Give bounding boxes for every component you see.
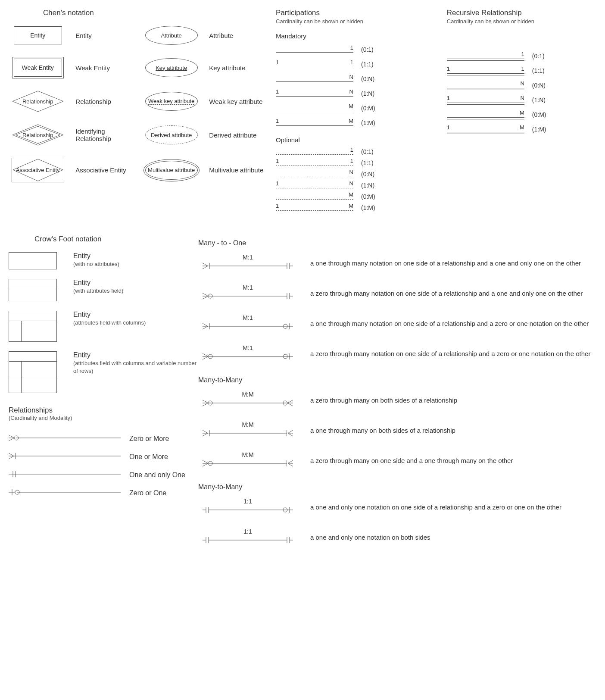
cf-entity-1 xyxy=(9,252,57,269)
optional-title: Optional xyxy=(276,136,447,144)
identifying-relationship-shape: Relationship xyxy=(12,124,64,146)
cardinality-row: 1 N (1:N) xyxy=(447,93,596,107)
svg-line-69 xyxy=(288,433,293,436)
multivalue-attribute-shape: Multivalue attribute xyxy=(143,159,200,181)
cardinality-row: M (0:M) xyxy=(276,191,447,202)
weak-entity-label: Weak Entity xyxy=(67,64,142,72)
cardinality-row: 1 (0:1) xyxy=(447,49,596,63)
cf-entity-4 xyxy=(9,351,57,393)
connector-row: 1:1 a one and only one notation on both … xyxy=(198,528,596,547)
cf-entity-2 xyxy=(9,279,57,301)
connector-row: M:M a zero through many on both sides of… xyxy=(198,391,596,410)
relationships-title: Relationships xyxy=(9,406,198,415)
key-attribute-label: Key attribute xyxy=(200,64,276,72)
connector-row: M:1 a zero through many notation on one … xyxy=(198,344,596,363)
zero-or-one-label: Zero or One xyxy=(121,489,166,497)
connector-icon xyxy=(203,535,293,545)
cardinality-row: 1 (0:1) xyxy=(276,42,447,57)
connector-icon xyxy=(203,321,293,331)
svg-line-11 xyxy=(9,453,14,456)
cf-entity-2-label: Entity xyxy=(73,279,90,286)
weak-entity-shape: Weak Entity xyxy=(12,57,64,78)
connector-icon xyxy=(203,428,293,438)
weak-key-attribute-label: Weak key attribute xyxy=(200,98,276,105)
cf-entity-4-sub: (attributes field with columns and varia… xyxy=(73,360,196,374)
svg-line-54 xyxy=(203,400,208,403)
cardinality-row: 1 M (1:M) xyxy=(447,122,596,137)
cf-entity-3-label: Entity xyxy=(73,311,90,318)
recursive-title: Recursive Relationship xyxy=(447,9,596,17)
svg-line-8 xyxy=(9,438,14,441)
one-to-one-title: Many-to-Many xyxy=(198,483,596,491)
recursive-subtitle: Cardinality can be shown or hidden xyxy=(447,18,596,25)
participations-subtitle: Cardinality can be shown or hidden xyxy=(276,18,447,25)
connector-icon xyxy=(203,291,293,301)
cardinality-row: N (0:N) xyxy=(276,72,447,86)
cardinality-row: 1 M (1:M) xyxy=(276,116,447,130)
svg-line-40 xyxy=(203,326,208,329)
crowsfoot-title: Crow's Foot notation xyxy=(34,235,198,244)
attribute-shape: Attribute xyxy=(145,26,198,45)
mandatory-title: Mandatory xyxy=(276,32,447,40)
cardinality-row: 1 N (1:N) xyxy=(276,180,447,191)
relationship-label: Relationship xyxy=(67,98,142,105)
cf-entity-2-sub: (with attributes field) xyxy=(73,288,123,294)
connector-icon xyxy=(203,398,293,408)
one-and-only-one-label: One and only One xyxy=(121,471,185,479)
zero-or-more-icon xyxy=(9,433,121,443)
cardinality-row: N (0:N) xyxy=(276,169,447,180)
connector-row: 1:1 a one and only one notation on one s… xyxy=(198,498,596,517)
chen-title: Chen's notation xyxy=(43,9,276,17)
entity-shape: Entity xyxy=(14,26,62,44)
svg-line-56 xyxy=(203,403,208,406)
weak-key-attribute-shape: Weak key attribute xyxy=(145,92,198,111)
svg-line-38 xyxy=(203,323,208,326)
cf-entity-3-sub: (attributes field with columns) xyxy=(73,319,146,326)
cf-entity-4-label: Entity xyxy=(73,351,90,359)
svg-line-65 xyxy=(203,433,208,436)
svg-line-32 xyxy=(203,296,208,299)
svg-line-6 xyxy=(9,435,14,438)
cardinality-row: 1 1 (1:1) xyxy=(276,157,447,169)
svg-line-78 xyxy=(288,463,293,466)
connector-row: M:M a zero through many on one side and … xyxy=(198,451,596,470)
relationship-shape: Relationship xyxy=(12,91,64,112)
svg-line-60 xyxy=(287,403,293,406)
attribute-label: Attribute xyxy=(200,32,276,39)
cardinality-row: N (0:N) xyxy=(447,78,596,93)
identifying-relationship-label: Identifying Relationship xyxy=(67,128,142,142)
cardinality-row: 1 M (1:M) xyxy=(276,202,447,213)
derived-attribute-shape: Derived attribute xyxy=(145,125,198,144)
svg-line-58 xyxy=(287,400,293,403)
derived-attribute-label: Derived attribute xyxy=(200,131,276,139)
svg-line-48 xyxy=(203,356,208,359)
cardinality-row: M (0:M) xyxy=(447,107,596,122)
svg-line-63 xyxy=(203,430,208,433)
associative-entity-shape: Associative Entity xyxy=(12,158,64,182)
multivalue-attribute-label: Multivalue attribute xyxy=(200,166,276,174)
key-attribute-shape: Key attribute xyxy=(145,58,198,77)
connector-row: M:M a one through many on both sides of … xyxy=(198,421,596,440)
connector-icon xyxy=(203,505,293,515)
connector-row: M:1 a one through many notation on one s… xyxy=(198,254,596,273)
one-and-only-one-icon xyxy=(9,469,121,479)
svg-line-12 xyxy=(9,456,14,459)
relationships-sub: (Cardinality and Modality) xyxy=(9,415,198,421)
one-or-more-icon xyxy=(9,451,121,461)
cardinality-row: 1 N (1:N) xyxy=(276,86,447,101)
entity-label: Entity xyxy=(67,32,142,39)
svg-line-46 xyxy=(203,353,208,356)
cf-entity-1-sub: (with no attributes) xyxy=(73,261,119,267)
many-to-one-title: Many - to - One xyxy=(198,239,596,247)
associative-entity-label: Associative Entity xyxy=(67,166,142,174)
svg-line-24 xyxy=(203,266,208,269)
cf-entity-1-label: Entity xyxy=(73,252,90,259)
cardinality-row: 1 1 (1:1) xyxy=(276,57,447,72)
connector-row: M:1 a zero through many notation on one … xyxy=(198,284,596,303)
connector-icon xyxy=(203,458,293,469)
svg-line-72 xyxy=(203,460,208,463)
cf-entity-3 xyxy=(9,311,57,342)
cardinality-row: M (0:M) xyxy=(276,101,447,116)
connector-icon xyxy=(203,261,293,271)
one-or-more-label: One or More xyxy=(121,453,168,461)
